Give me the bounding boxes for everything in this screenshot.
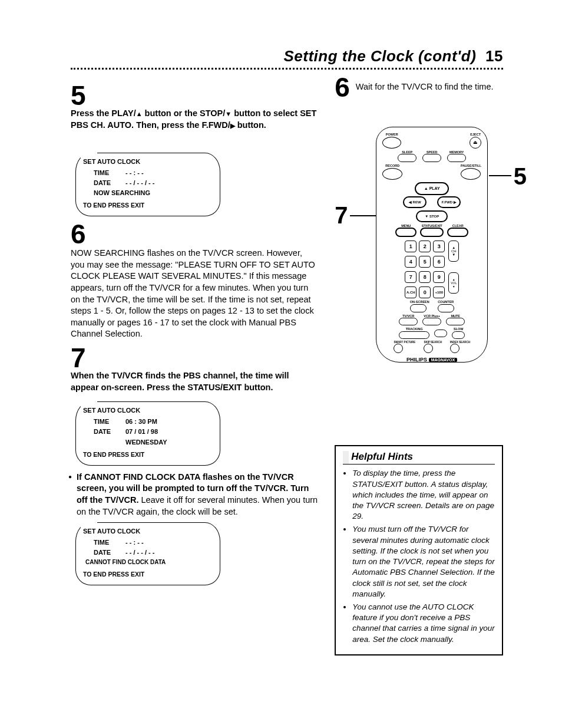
osd-time-value: 06 : 30 PM	[125, 417, 157, 427]
step-6-number: 6	[71, 222, 318, 246]
keypad-3: 3	[433, 241, 445, 252]
osd-time-label: TIME	[94, 538, 117, 548]
triangle-right-icon	[230, 120, 235, 130]
remote-diagram: 5 7 POWER EJECT ⏏	[335, 127, 503, 374]
osd-time-label: TIME	[94, 417, 117, 427]
osd-footer: TO END PRESS EXIT	[83, 567, 213, 579]
step-7-number: 7	[71, 346, 318, 370]
page-header: Setting the Clock (cont'd) 15	[71, 47, 503, 65]
keypad-plus100: +100	[433, 286, 445, 298]
keypad-0: 0	[419, 286, 431, 298]
callout-5: 5	[514, 163, 527, 190]
power-button	[382, 137, 401, 149]
osd-day: WEDNESDAY	[125, 437, 167, 447]
page-number: 15	[485, 47, 503, 65]
left-column: 5 Press the PLAY/ button or the STOP/ bu…	[71, 78, 318, 655]
step-7-instruction: When the TV/VCR finds the PBS channel, t…	[71, 370, 318, 393]
keypad-1: 1	[405, 241, 416, 252]
osd-date-label: DATE	[94, 548, 117, 558]
rew-button: ◀ REW	[403, 196, 427, 208]
callout-7: 7	[335, 202, 348, 229]
step-6-text-right: Wait for the TV/VCR to find the time.	[356, 78, 494, 93]
cannot-find-note: If CANNOT FIND CLOCK DATA flashes on the…	[71, 472, 318, 518]
mute-button	[446, 318, 465, 325]
record-button	[382, 168, 402, 180]
osd-footer: TO END PRESS EXIT	[83, 447, 213, 459]
brand-philips: PHILIPS	[406, 357, 427, 363]
triangle-down-icon	[225, 108, 232, 118]
helpful-hints-box: Helpful Hints To display the time, press…	[335, 445, 503, 655]
step-5-number: 5	[71, 84, 318, 108]
index-search-button	[450, 344, 459, 353]
pause-button	[461, 168, 481, 180]
keypad-ach: A.CH	[405, 286, 416, 298]
step-6-body: NOW SEARCHING flashes on the TV/VCR scre…	[71, 248, 318, 340]
keypad-5: 5	[419, 256, 431, 268]
header-title: Setting the Clock (cont'd)	[284, 47, 477, 65]
keypad-6: 6	[433, 256, 445, 268]
eject-button: ⏏	[470, 137, 481, 149]
menu-button	[395, 228, 416, 237]
osd-date-label: DATE	[94, 178, 117, 188]
osd-date-label: DATE	[94, 427, 117, 437]
brand-magnavox: MAGNAVOX	[429, 358, 458, 362]
osd-footer: TO END PRESS EXIT	[83, 198, 213, 210]
hint-item: To display the time, press the STATUS/EX…	[352, 468, 495, 522]
keypad-9: 9	[433, 271, 445, 283]
clear-button	[447, 228, 468, 237]
hint-item: You must turn off the TV/VCR for several…	[352, 524, 495, 599]
dotted-rule	[71, 68, 503, 70]
osd-status-line: CANNOT FIND CLOCK DATA	[83, 558, 213, 567]
skip-search-button	[424, 344, 433, 353]
stop-button: ▼ STOP	[416, 210, 448, 222]
osd-date-value: - - / - - / - -	[125, 178, 154, 188]
hint-item: You cannot use the AUTO CLOCK feature if…	[352, 602, 495, 645]
vcrplus-button	[422, 318, 441, 325]
smart-picture-button	[394, 344, 403, 353]
ffwd-button: F.FWD ▶	[437, 196, 461, 208]
helpful-hints-title: Helpful Hints	[343, 451, 495, 465]
osd-box-cannot-find: SET AUTO CLOCK TIME- - : - - DATE- - / -…	[75, 522, 220, 585]
osd-box-searching: SET AUTO CLOCK TIME- - : - - DATE- - / -…	[75, 153, 220, 216]
osd-title: SET AUTO CLOCK	[83, 157, 213, 167]
tvvcr-button	[399, 318, 418, 325]
osd-box-found: SET AUTO CLOCK TIME06 : 30 PM DATE07 / 0…	[75, 401, 220, 465]
osd-status-line: NOW SEARCHING	[83, 188, 213, 198]
counter-button	[438, 304, 454, 312]
keypad-7: 7	[405, 271, 416, 283]
keypad-4: 4	[405, 256, 416, 268]
right-column: 6 Wait for the TV/VCR to find the time. …	[335, 78, 503, 655]
eject-label: EJECT	[470, 133, 481, 137]
callout-5-line	[489, 175, 511, 176]
osd-date-value: - - / - - / - -	[125, 548, 154, 558]
osd-title: SET AUTO CLOCK	[83, 406, 213, 416]
triangle-up-icon	[136, 108, 143, 118]
step-6-right: 6 Wait for the TV/VCR to find the time.	[335, 78, 503, 100]
vol-rocker: ▲VOL▼	[448, 272, 459, 294]
step-6-number-right: 6	[335, 75, 350, 100]
slow-button	[452, 331, 465, 339]
power-label: POWER	[382, 133, 401, 137]
manual-page: Setting the Clock (cont'd) 15 5 Press th…	[0, 0, 562, 728]
memory-button	[447, 154, 466, 162]
keypad-2: 2	[419, 241, 431, 252]
osd-time-label: TIME	[94, 168, 117, 178]
status-exit-button	[420, 228, 444, 237]
tracking-button	[399, 331, 429, 339]
speed-button	[422, 154, 441, 162]
tracking-plus-button	[434, 330, 447, 337]
remote-control: POWER EJECT ⏏ SLEEP SPEED MEMORY	[376, 127, 488, 363]
osd-time-value: - - : - -	[125, 538, 144, 548]
sleep-button	[398, 154, 416, 162]
osd-time-value: - - : - -	[125, 168, 144, 178]
osd-date-value: 07 / 01 / 98	[125, 427, 158, 437]
osd-title: SET AUTO CLOCK	[83, 526, 213, 536]
helpful-hints-list: To display the time, press the STATUS/EX…	[343, 468, 495, 645]
onscreen-button	[410, 304, 427, 312]
step-5-instruction: Press the PLAY/ button or the STOP/ butt…	[71, 108, 318, 131]
play-button: ▲ PLAY	[415, 182, 449, 195]
keypad-8: 8	[419, 271, 431, 283]
ch-rocker: ▲CH▼	[448, 241, 459, 262]
